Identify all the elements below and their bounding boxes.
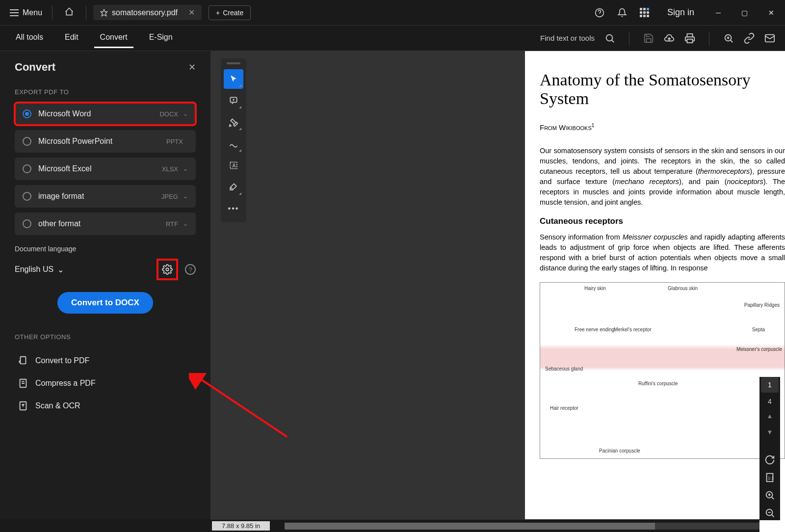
compress-pdf-button[interactable]: Compress a PDF [15,372,196,395]
fig-label: Ruffini's corpuscle [638,381,678,386]
comment-tool[interactable] [224,91,243,110]
zoom-out-button[interactable] [764,507,775,520]
select-tool[interactable] [224,69,243,89]
link-icon [744,33,755,44]
close-window-button[interactable]: ✕ [761,5,781,21]
language-help-button[interactable]: ? [185,264,196,275]
notifications-button[interactable] [614,5,630,21]
export-section-label: EXPORT PDF TO [15,88,196,96]
export-option-word[interactable]: Microsoft Word DOCX ⌄ [15,103,196,125]
pdf-page[interactable]: Anatomy of the Somatosensory System From… [525,51,785,532]
fig-label: Sebaceous gland [545,366,583,372]
convert-button[interactable]: Convert to DOCX [57,292,153,314]
fit-page-icon: 1:1 [764,472,775,483]
page-down-button[interactable]: ▼ [765,426,775,438]
cloud-upload-button[interactable] [664,33,675,44]
highlight-tool[interactable] [224,112,243,132]
option-ext: DOCX [159,110,178,118]
export-option-other[interactable]: other format RTF ⌄ [15,213,196,235]
option-ext: JPEG [161,193,178,200]
tab-close-button[interactable]: ✕ [188,8,195,17]
doc-paragraph: Sensory information from Meissner corpus… [540,232,785,273]
more-tools[interactable]: ••• [224,199,243,218]
doc-title: Anatomy of the Somatosensory System [540,71,785,108]
rotate-button[interactable] [764,454,775,467]
fig-label: Meissner's corpuscle [736,346,782,352]
link-button[interactable] [744,33,755,44]
fit-page-button[interactable]: 1:1 [764,472,775,485]
export-option-excel[interactable]: Microsoft Excel XLSX ⌄ [15,158,196,180]
text-select-tool[interactable]: A [224,156,243,175]
export-option-powerpoint[interactable]: Microsoft PowerPoint PPTX [15,130,196,153]
option-ext: XLSX [162,165,178,173]
language-select[interactable]: English US ⌄ [15,265,64,274]
bell-icon [617,8,627,18]
divider [629,31,629,45]
draw-tool[interactable] [224,134,243,154]
print-button[interactable] [684,33,695,44]
document-viewer[interactable]: A ••• Anatomy of the Somatosensory Syste… [211,51,759,519]
drag-handle[interactable] [227,62,240,64]
panel-header: Convert ✕ [15,61,196,74]
help-icon [595,8,604,18]
page-up-button[interactable]: ▲ [765,410,775,422]
radio-icon [23,192,31,201]
home-button[interactable] [58,3,80,23]
tab-esign[interactable]: E-Sign [143,28,179,48]
maximize-button[interactable]: ▢ [734,5,755,21]
help-button[interactable] [592,5,607,21]
convert-panel: Convert ✕ EXPORT PDF TO Microsoft Word D… [0,51,211,519]
create-button[interactable]: + Create [209,5,251,20]
signin-button[interactable]: Sign in [659,7,702,18]
fig-label: Free nerve ending [575,327,614,332]
option-ext: PPTX [166,138,183,145]
convert-to-pdf-button[interactable]: Convert to PDF [15,349,196,372]
zoom-in-button[interactable] [764,490,775,503]
panel-title: Convert [15,61,55,74]
horizontal-scrollbar[interactable] [285,523,759,530]
apps-button[interactable] [637,5,653,21]
save-button[interactable] [643,33,654,44]
export-option-image[interactable]: image format JPEG ⌄ [15,185,196,208]
option-ext: RTF [166,220,178,228]
option-name: Microsoft Word [38,109,159,118]
quick-tools-bar[interactable]: A ••• [221,58,246,222]
cloud-upload-icon [664,33,675,44]
radio-selected-icon [23,109,31,118]
tab-convert[interactable]: Convert [94,28,133,48]
radio-icon [23,219,31,228]
magnify-plus-icon [723,33,734,44]
panel-close-button[interactable]: ✕ [188,62,196,73]
other-item-label: Compress a PDF [35,379,96,388]
document-tab[interactable]: somatosensory.pdf ✕ [93,5,202,20]
email-button[interactable] [764,33,775,44]
save-icon [643,33,654,44]
other-item-label: Convert to PDF [35,356,89,365]
sign-icon [229,182,238,192]
divider [52,6,52,20]
doc-paragraph: Our somatosensory system consists of sen… [540,146,785,208]
scroll-thumb[interactable] [285,523,655,530]
tab-title: somatosensory.pdf [112,8,178,17]
chevron-down-icon[interactable]: ⌄ [183,193,188,200]
minimize-button[interactable]: ─ [709,5,728,21]
search-button[interactable] [604,33,615,44]
zoom-in-icon [764,490,775,501]
sign-tool[interactable] [224,177,243,197]
find-label[interactable]: Find text or tools [540,34,595,42]
menu-button[interactable]: Menu [4,5,48,20]
main-area: Convert ✕ EXPORT PDF TO Microsoft Word D… [0,51,785,519]
current-page-input[interactable]: 1 [761,377,779,393]
tab-edit[interactable]: Edit [59,28,84,48]
svg-text:A: A [233,163,236,168]
tab-all-tools[interactable]: All tools [10,28,49,48]
settings-button[interactable] [157,259,178,280]
chevron-down-icon[interactable]: ⌄ [183,220,188,227]
chevron-down-icon[interactable]: ⌄ [183,110,188,117]
search-icon [604,33,615,44]
chevron-down-icon[interactable]: ⌄ [183,165,188,172]
rotate-icon [764,454,775,465]
titlebar: Menu somatosensory.pdf ✕ + Create Sign i… [0,0,785,26]
ai-assistant-button[interactable] [723,33,734,44]
scan-ocr-button[interactable]: Scan & OCR [15,395,196,417]
